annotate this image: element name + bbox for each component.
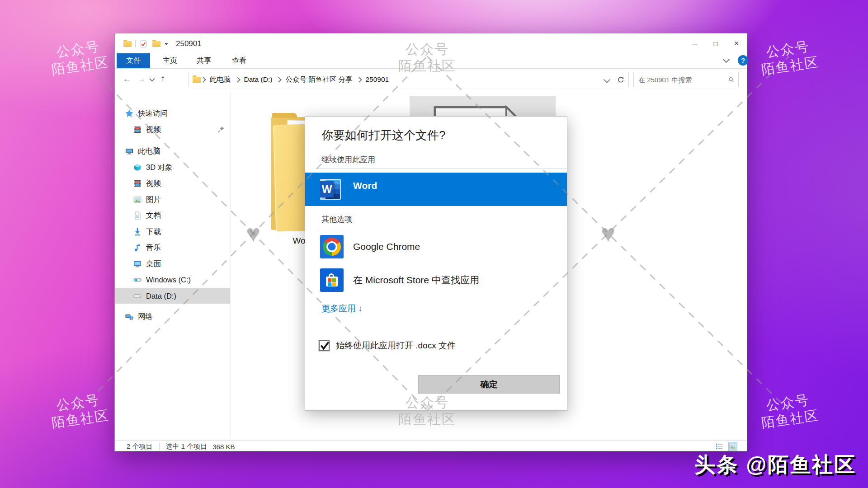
sidebar-item-this-pc[interactable]: 此电脑 [115, 144, 230, 159]
ribbon-tab-bar: 文件 主页 共享 查看 ? [115, 53, 747, 69]
checkmark-icon [319, 340, 330, 350]
refresh-icon[interactable] [617, 75, 625, 84]
breadcrumb-data-d[interactable]: Data (D:) [240, 75, 277, 84]
crumb-chevron-icon [200, 77, 206, 83]
film-icon [133, 179, 142, 188]
app-name-word: Word [353, 180, 377, 191]
sidebar-item-music[interactable]: 音乐 [115, 240, 230, 255]
close-button[interactable]: × [726, 33, 747, 53]
quick-access-toolbar: 250901 [123, 39, 202, 48]
breadcrumb-250901[interactable]: 250901 [362, 75, 393, 84]
drive-windows-icon [133, 275, 142, 284]
always-use-label: 始终使用此应用打开 .docx 文件 [336, 340, 456, 352]
watermark-text: 公众号陌鱼社区 [48, 390, 110, 431]
always-use-checkbox[interactable] [319, 340, 330, 351]
microsoft-store-icon [320, 268, 344, 292]
selection-count: 选中 1 个项目 [166, 442, 208, 451]
always-use-row[interactable]: 始终使用此应用打开 .docx 文件 [319, 340, 456, 352]
arrow-down-icon: ↓ [358, 304, 363, 313]
crumb-chevron-icon [235, 77, 241, 83]
recent-locations-icon[interactable] [149, 76, 155, 82]
selection-size: 368 KB [212, 443, 235, 450]
address-dropdown-icon[interactable] [604, 76, 611, 83]
drive-icon [133, 291, 142, 300]
tab-home[interactable]: 主页 [156, 53, 184, 68]
app-name-chrome: Google Chrome [353, 241, 420, 252]
up-icon[interactable]: ↑ [160, 74, 165, 83]
thumbnail-view-icon[interactable] [729, 442, 737, 450]
crumb-chevron-icon [276, 77, 282, 83]
picture-icon [133, 195, 142, 204]
watermark-text: 公众号陌鱼社区 [758, 390, 820, 431]
sidebar-item-windows-c[interactable]: Windows (C:) [115, 272, 230, 287]
sidebar-item-3d-objects[interactable]: 3D 对象 [115, 160, 230, 175]
watermark-text: 公众号陌鱼社区 [758, 37, 820, 78]
tab-share[interactable]: 共享 [191, 53, 217, 68]
search-box[interactable] [633, 72, 739, 87]
location-folder-icon [193, 77, 201, 83]
sidebar-item-quick-access[interactable]: 快速访问 [115, 106, 230, 121]
search-icon [728, 76, 734, 84]
window-title: 250901 [176, 39, 202, 48]
maximize-button[interactable]: □ [705, 33, 726, 53]
desktop-icon [133, 259, 142, 268]
sidebar-item-pictures[interactable]: 图片 [115, 192, 230, 207]
word-icon: W [320, 179, 341, 200]
sidebar-item-desktop[interactable]: 桌面 [115, 256, 230, 272]
tab-view[interactable]: 查看 [226, 53, 252, 68]
title-bar[interactable]: 250901 – □ × [115, 33, 747, 53]
breadcrumb-this-pc[interactable]: 此电脑 [206, 75, 235, 84]
sidebar-item-downloads[interactable]: 下载 [115, 224, 230, 239]
breadcrumb-share-folder[interactable]: 公众号 陌鱼社区 分享 [281, 75, 356, 84]
sidebar-item-documents[interactable]: 文档 [115, 208, 230, 223]
address-box[interactable]: 此电脑 Data (D:) 公众号 陌鱼社区 分享 250901 [189, 72, 629, 87]
keep-using-label: 继续使用此应用 [321, 155, 375, 165]
cube-icon [133, 163, 142, 172]
navigation-pane: 快速访问 视频 此电脑 3D 对象 视频 图片 文档 下载 音乐 桌面 Wind… [115, 91, 231, 439]
status-separator [159, 443, 160, 450]
crumb-chevron-icon [356, 77, 362, 83]
status-bar: 2 个项目 选中 1 个项目 368 KB [115, 440, 747, 452]
more-apps-link[interactable]: 更多应用 ↓ [321, 303, 363, 314]
ok-button[interactable]: 确定 [418, 375, 560, 394]
new-folder-qat-icon[interactable] [152, 41, 160, 47]
document-icon [133, 211, 142, 220]
search-input[interactable] [634, 76, 728, 84]
titlebar-separator [172, 40, 172, 47]
watermark-text: 公众号陌鱼社区 [48, 37, 110, 78]
download-icon [133, 227, 142, 236]
sidebar-item-data-d[interactable]: Data (D:) [115, 288, 230, 304]
back-icon[interactable]: ← [123, 74, 132, 83]
explorer-app-icon [123, 41, 132, 47]
app-name-store: 在 Microsoft Store 中查找应用 [353, 274, 479, 286]
details-view-icon[interactable] [715, 442, 723, 450]
channel-credit: 头条 @陌鱼社区 [694, 451, 856, 479]
chrome-icon [320, 235, 344, 258]
customize-qat-dropdown-icon[interactable] [165, 43, 168, 45]
app-option-store[interactable]: 在 Microsoft Store 中查找应用 [305, 266, 567, 295]
help-icon[interactable]: ? [738, 55, 748, 66]
music-note-icon [133, 243, 142, 252]
minimize-button[interactable]: – [684, 33, 705, 53]
pin-icon [217, 126, 225, 134]
app-option-chrome[interactable]: Google Chrome [305, 232, 567, 261]
computer-icon [125, 147, 134, 156]
titlebar-separator [135, 40, 136, 47]
items-count: 2 个项目 [127, 442, 153, 451]
film-icon [133, 125, 142, 134]
divider [317, 228, 567, 228]
sidebar-item-videos[interactable]: 视频 [115, 176, 230, 191]
open-with-dialog: 你要如何打开这个文件? 继续使用此应用 W Word 其他选项 Google C… [305, 116, 567, 411]
divider [317, 168, 567, 169]
other-options-label: 其他选项 [321, 214, 352, 225]
network-icon [125, 312, 134, 321]
collapse-ribbon-icon[interactable] [723, 56, 730, 63]
app-option-word[interactable]: W Word [305, 173, 567, 206]
sidebar-item-videos-pinned[interactable]: 视频 [115, 122, 230, 137]
forward-icon[interactable]: → [137, 74, 146, 83]
sidebar-item-network[interactable]: 网络 [115, 309, 230, 324]
properties-qat-icon[interactable] [139, 40, 148, 48]
tab-file[interactable]: 文件 [117, 53, 150, 68]
window-controls: – □ × [684, 33, 747, 53]
dialog-title: 你要如何打开这个文件? [321, 127, 445, 143]
